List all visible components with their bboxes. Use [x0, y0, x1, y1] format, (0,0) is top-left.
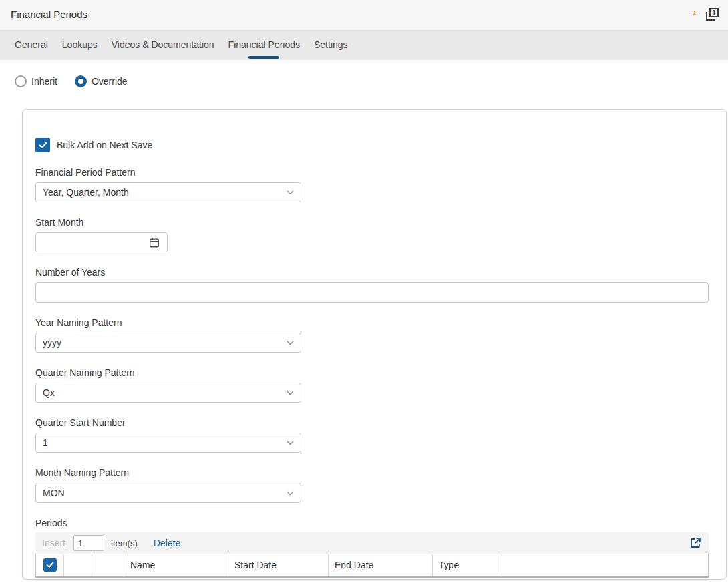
radio-inherit-label: Inherit: [31, 76, 57, 87]
financial-period-pattern-select[interactable]: Year, Quarter, Month: [35, 182, 301, 202]
title-bar: Financial Periods * 1: [0, 0, 728, 29]
tab-general[interactable]: General: [15, 29, 48, 60]
field-number-of-years: Number of Years: [35, 267, 709, 303]
column-header-name[interactable]: Name: [124, 554, 228, 577]
column-header-type[interactable]: Type: [433, 554, 502, 577]
tab-lookups[interactable]: Lookups: [62, 29, 98, 60]
delete-button[interactable]: Delete: [154, 538, 180, 548]
field-financial-period-pattern: Financial Period Pattern Year, Quarter, …: [35, 167, 709, 202]
field-label: Quarter Start Number: [35, 417, 709, 428]
chevron-down-icon: [287, 391, 294, 395]
field-year-naming-pattern: Year Naming Pattern yyyy: [35, 317, 709, 353]
selected-value: Qx: [43, 387, 55, 398]
field-month-naming-pattern: Month Naming Pattern MON: [35, 467, 709, 503]
insert-count-input[interactable]: [73, 535, 104, 551]
empty-header-cell: [94, 554, 124, 577]
quarter-start-number-select[interactable]: 1: [35, 433, 301, 453]
field-quarter-start-number: Quarter Start Number 1: [35, 417, 709, 453]
items-label: item(s): [111, 538, 138, 548]
field-label: Month Naming Pattern: [35, 467, 709, 478]
field-label: Year Naming Pattern: [35, 317, 709, 328]
selected-value: 1: [43, 437, 48, 448]
open-in-new-icon[interactable]: [689, 536, 702, 550]
selected-value: MON: [43, 487, 65, 498]
table-header-row: Name Start Date End Date Type: [36, 554, 709, 577]
radio-inherit[interactable]: Inherit: [15, 75, 57, 87]
radio-override-label: Override: [92, 76, 128, 87]
periods-label: Periods: [35, 518, 709, 528]
window-count-icon[interactable]: 1: [706, 8, 719, 21]
calendar-icon[interactable]: [148, 236, 160, 248]
tab-videos-documentation[interactable]: Videos & Documentation: [112, 29, 214, 60]
select-all-cell: [36, 554, 64, 577]
checkbox-checked-icon: [35, 138, 50, 152]
periods-table: Name Start Date End Date Type: [35, 554, 709, 578]
chevron-down-icon: [287, 341, 294, 345]
bulk-add-label: Bulk Add on Next Save: [57, 140, 152, 150]
chevron-down-icon: [287, 441, 294, 445]
tab-financial-periods[interactable]: Financial Periods: [228, 29, 300, 60]
chevron-down-icon: [287, 190, 294, 195]
column-header-start-date[interactable]: Start Date: [228, 554, 329, 577]
chevron-down-icon: [287, 491, 294, 496]
number-of-years-input[interactable]: [35, 282, 709, 303]
active-tab-underline: [248, 56, 279, 59]
quarter-naming-pattern-select[interactable]: Qx: [35, 383, 301, 403]
unsaved-changes-indicator: *: [692, 7, 697, 21]
selected-value: yyyy: [43, 337, 61, 348]
radio-override-circle: [75, 75, 87, 87]
override-settings-panel: Bulk Add on Next Save Financial Period P…: [22, 109, 727, 580]
tab-settings[interactable]: Settings: [314, 29, 348, 60]
field-label: Number of Years: [35, 267, 709, 278]
month-naming-pattern-select[interactable]: MON: [35, 483, 301, 503]
field-label: Financial Period Pattern: [35, 167, 709, 178]
empty-header-cell-trailing: [502, 554, 709, 577]
field-label: Quarter Naming Pattern: [35, 367, 709, 378]
bulk-add-checkbox[interactable]: Bulk Add on Next Save: [35, 138, 709, 152]
mode-radio-group: Inherit Override: [0, 75, 728, 87]
start-month-input[interactable]: [35, 232, 168, 252]
periods-grid-toolbar: Insert item(s) Delete: [35, 532, 709, 554]
field-label: Start Month: [35, 217, 709, 228]
window-count-badge: 1: [709, 8, 719, 17]
column-header-end-date[interactable]: End Date: [329, 554, 433, 577]
radio-override[interactable]: Override: [75, 75, 128, 87]
year-naming-pattern-select[interactable]: yyyy: [35, 333, 301, 353]
selected-value: Year, Quarter, Month: [43, 187, 129, 198]
select-all-checkbox[interactable]: [43, 558, 57, 572]
field-quarter-naming-pattern: Quarter Naming Pattern Qx: [35, 367, 709, 403]
radio-inherit-circle: [15, 75, 27, 87]
page-title: Financial Periods: [11, 9, 692, 20]
insert-button-disabled: Insert: [42, 538, 65, 548]
field-start-month: Start Month: [35, 217, 709, 252]
tab-bar: General Lookups Videos & Documentation F…: [0, 29, 728, 60]
empty-header-cell: [64, 554, 94, 577]
